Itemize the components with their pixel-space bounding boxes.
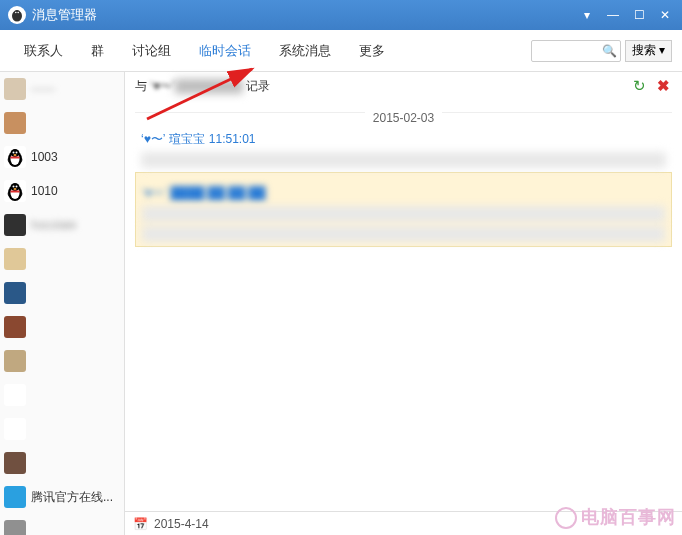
tab-0[interactable]: 联系人	[10, 42, 77, 60]
svg-point-7	[13, 152, 15, 154]
refresh-icon[interactable]: ↻	[630, 77, 648, 95]
message-block[interactable]: ‘♥〜’████ ██:██:██	[135, 172, 672, 247]
delete-icon[interactable]: ✖	[654, 77, 672, 95]
message-block[interactable]: ‘♥〜’瑄宝宝 11:51:01	[135, 119, 672, 172]
avatar	[4, 486, 26, 508]
tabs-bar: 联系人群讨论组临时会话系统消息更多 🔍 搜索 ▾	[0, 30, 682, 72]
message-header: ‘♥〜’瑄宝宝 11:51:01	[141, 131, 666, 148]
contact-item[interactable]: hocolate	[0, 208, 124, 242]
avatar	[4, 78, 26, 100]
contact-name: ——	[31, 82, 55, 96]
contact-item[interactable]	[0, 514, 124, 535]
message-body	[141, 152, 666, 168]
contact-item[interactable]	[0, 276, 124, 310]
search-button[interactable]: 搜索 ▾	[625, 40, 672, 62]
status-bar: 📅 2015-4-14	[125, 511, 682, 535]
contact-item[interactable]	[0, 310, 124, 344]
chat-body: 2015-02-03 ‘♥〜’瑄宝宝 11:51:01‘♥〜’████ ██:█…	[125, 100, 682, 511]
svg-point-9	[14, 154, 17, 156]
app-logo-icon	[8, 6, 26, 24]
contact-item[interactable]	[0, 106, 124, 140]
window-title: 消息管理器	[32, 6, 570, 24]
footer-date: 2015-4-14	[154, 517, 209, 531]
contact-item[interactable]: 1010	[0, 174, 124, 208]
tab-1[interactable]: 群	[77, 42, 118, 60]
svg-point-14	[13, 186, 15, 188]
close-button[interactable]: ✕	[656, 6, 674, 24]
minimize-button[interactable]: —	[604, 6, 622, 24]
calendar-icon[interactable]: 📅	[133, 517, 148, 531]
svg-point-8	[16, 152, 18, 154]
dropdown-icon[interactable]: ▾	[578, 6, 596, 24]
date-separator: 2015-02-03	[135, 112, 672, 113]
svg-point-2	[15, 12, 17, 14]
chat-header-prefix: 与	[135, 79, 150, 93]
avatar	[4, 384, 26, 406]
tab-3[interactable]: 临时会话	[185, 42, 265, 60]
avatar	[4, 452, 26, 474]
avatar	[4, 418, 26, 440]
chat-header: 与 ‘♥〜’████████ 记录 ↻ ✖	[125, 72, 682, 100]
svg-rect-10	[11, 157, 20, 159]
avatar	[4, 214, 26, 236]
tab-2[interactable]: 讨论组	[118, 42, 185, 60]
avatar	[4, 112, 26, 134]
chat-pane: 与 ‘♥〜’████████ 记录 ↻ ✖ 2015-02-03 ‘♥〜’瑄宝宝…	[125, 72, 682, 535]
message-body	[142, 226, 665, 242]
contact-item[interactable]: ——	[0, 72, 124, 106]
message-header: ‘♥〜’████ ██:██:██	[142, 185, 665, 202]
chat-header-contact: ‘♥〜’	[150, 79, 174, 93]
contact-list: —— 10031010hocolate 腾讯官方在线...	[0, 72, 125, 535]
tab-5[interactable]: 更多	[345, 42, 399, 60]
svg-point-3	[17, 12, 19, 14]
contact-name: 1003	[31, 150, 58, 164]
svg-rect-17	[11, 191, 20, 193]
avatar	[4, 146, 26, 168]
search-box: 🔍 搜索 ▾	[531, 40, 672, 62]
svg-point-1	[14, 10, 20, 16]
svg-point-15	[16, 186, 18, 188]
avatar	[4, 180, 26, 202]
contact-name: 腾讯官方在线...	[31, 489, 113, 506]
message-body	[142, 206, 665, 222]
maximize-button[interactable]: ☐	[630, 6, 648, 24]
contact-item[interactable]: 1003	[0, 140, 124, 174]
tab-4[interactable]: 系统消息	[265, 42, 345, 60]
titlebar: 消息管理器 ▾ — ☐ ✕	[0, 0, 682, 30]
svg-point-16	[14, 188, 17, 190]
chat-header-suffix: 记录	[243, 79, 270, 93]
contact-name: 1010	[31, 184, 58, 198]
contact-item[interactable]	[0, 412, 124, 446]
avatar	[4, 350, 26, 372]
contact-name: hocolate	[31, 218, 76, 232]
avatar	[4, 282, 26, 304]
contact-item[interactable]: 腾讯官方在线...	[0, 480, 124, 514]
avatar	[4, 248, 26, 270]
chat-header-blur: ████████	[175, 79, 243, 93]
avatar	[4, 316, 26, 338]
contact-item[interactable]	[0, 378, 124, 412]
contact-item[interactable]	[0, 242, 124, 276]
contact-item[interactable]	[0, 446, 124, 480]
search-icon[interactable]: 🔍	[602, 44, 617, 58]
avatar	[4, 520, 26, 535]
contact-item[interactable]	[0, 344, 124, 378]
